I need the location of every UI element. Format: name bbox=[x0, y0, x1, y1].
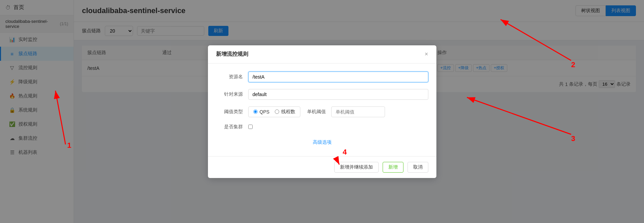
thread-label: 线程数 bbox=[281, 109, 295, 115]
threshold-row: 阈值类型 QPS 线程数 单机阈值 bbox=[216, 106, 428, 117]
modal-title: 新增流控规则 bbox=[216, 51, 248, 58]
resource-label: 资源名 bbox=[216, 74, 243, 80]
thread-option[interactable]: 线程数 bbox=[275, 109, 295, 115]
add-continue-button[interactable]: 新增并继续添加 bbox=[334, 162, 379, 173]
cancel-button[interactable]: 取消 bbox=[407, 162, 428, 173]
modal: 新增流控规则 × 资源名 针对来源 阈值类型 QPS bbox=[208, 45, 436, 178]
threshold-type-label: 阈值类型 bbox=[216, 109, 243, 115]
cluster-row: 是否集群 bbox=[216, 124, 428, 130]
single-threshold-label: 单机阈值 bbox=[306, 109, 326, 115]
qps-label: QPS bbox=[260, 109, 270, 115]
modal-body: 资源名 针对来源 阈值类型 QPS 线程数 bbox=[208, 63, 436, 156]
resource-input[interactable] bbox=[248, 72, 428, 82]
modal-close-button[interactable]: × bbox=[425, 51, 428, 57]
single-threshold-input[interactable] bbox=[331, 106, 385, 117]
qps-radio[interactable] bbox=[253, 109, 258, 114]
cluster-checkbox[interactable] bbox=[248, 125, 253, 129]
advanced-options-link[interactable]: 高级选项 bbox=[216, 137, 428, 148]
add-button[interactable]: 新增 bbox=[383, 162, 403, 173]
cluster-checkbox-area bbox=[248, 125, 253, 129]
source-label: 针对来源 bbox=[216, 91, 243, 97]
cluster-label: 是否集群 bbox=[216, 124, 243, 130]
source-input[interactable] bbox=[248, 89, 428, 100]
qps-option[interactable]: QPS bbox=[253, 109, 270, 115]
source-row: 针对来源 bbox=[216, 89, 428, 100]
modal-footer: 新增并继续添加 新增 取消 bbox=[208, 156, 436, 178]
resource-row: 资源名 bbox=[216, 72, 428, 82]
threshold-type-radio-group: QPS 线程数 bbox=[248, 106, 301, 117]
modal-overlay: 新增流控规则 × 资源名 针对来源 阈值类型 QPS bbox=[0, 0, 644, 223]
thread-radio[interactable] bbox=[275, 109, 279, 114]
modal-header: 新增流控规则 × bbox=[208, 45, 436, 63]
